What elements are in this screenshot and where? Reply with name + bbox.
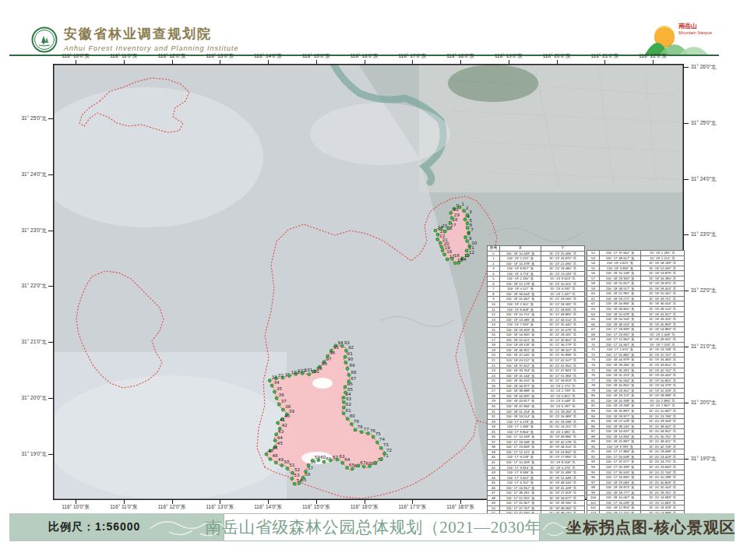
turning-point-dot bbox=[274, 461, 277, 464]
lat-tick bbox=[48, 118, 53, 119]
turning-point-dot bbox=[439, 227, 442, 231]
turning-point-dot bbox=[368, 465, 371, 468]
lon-tick-label: 116° 16'0"东 bbox=[351, 504, 379, 510]
lat-tick-label: 31° 21'0"北 bbox=[3, 339, 47, 345]
turning-point-dot bbox=[273, 390, 276, 393]
turning-point-number: 80 bbox=[350, 414, 356, 418]
turning-point-number: 77 bbox=[364, 427, 370, 431]
turning-point-dot bbox=[465, 249, 468, 252]
turning-point-number: 91 bbox=[347, 351, 354, 356]
mountain-logo-en-text: Mountain Nanyue bbox=[678, 30, 712, 35]
lat-tick-label: 31° 25'0"北 bbox=[3, 115, 47, 122]
turning-point-dot bbox=[269, 457, 272, 460]
coordinate-subtable: 52116° 17' 37.662" 东31° 19' 2.281" 北5311… bbox=[587, 250, 685, 516]
lon-tick-label: 116° 20'0"东 bbox=[543, 53, 571, 59]
turning-point-dot bbox=[336, 458, 339, 461]
lon-tick bbox=[316, 60, 317, 64]
turning-point-number: 36 bbox=[279, 393, 285, 397]
turning-point-dot bbox=[347, 380, 351, 383]
turning-point-dot bbox=[449, 211, 453, 214]
turning-point-dot bbox=[357, 464, 360, 467]
turning-point-number: 33 bbox=[272, 375, 278, 379]
turning-point-number: 88 bbox=[351, 370, 357, 375]
coordinate-table: 序号XY0116° 18' 10.449" 东31° 23' 25.086" 北… bbox=[487, 245, 685, 516]
turning-point-number: 81 bbox=[346, 408, 352, 413]
turning-point-dot bbox=[346, 467, 349, 470]
mountain-logo-cn-text: 南岳山 bbox=[678, 22, 697, 30]
header: 安徽省林业调查规划院 Anhui Forest Inventory and Pl… bbox=[0, 0, 747, 58]
turning-point-number: 92 bbox=[348, 345, 354, 350]
turning-point-dot bbox=[367, 432, 370, 435]
turning-point-dot bbox=[277, 403, 280, 406]
turning-point-number: 17 bbox=[449, 254, 456, 259]
turning-point-dot bbox=[344, 349, 347, 352]
turning-point-number: 42 bbox=[282, 423, 287, 428]
lon-tick-label: 116° 22'0"东 bbox=[639, 53, 667, 59]
footer-bar: 比例尺：1:56000 南岳山省级森林公园总体规划（2021—2030年） 坐标… bbox=[0, 513, 747, 541]
turning-point-dot bbox=[379, 446, 382, 449]
lon-tick-label: 116° 11'0"东 bbox=[110, 53, 137, 59]
turning-point-dot bbox=[287, 374, 291, 377]
turning-point-dot bbox=[347, 374, 351, 377]
turning-point-dot bbox=[281, 408, 284, 411]
turning-point-number: 98 bbox=[322, 361, 328, 366]
turning-point-number: 90 bbox=[347, 357, 354, 361]
turning-point-dot bbox=[293, 482, 296, 485]
turning-point-dot bbox=[298, 481, 301, 484]
turning-point-dot bbox=[466, 240, 469, 243]
turning-point-number: 16 bbox=[454, 253, 460, 258]
turning-point-dot bbox=[351, 467, 354, 470]
lat-tick-label: 31° 21'0"北 bbox=[691, 343, 717, 350]
turning-point-number: 78 bbox=[357, 424, 363, 429]
lat-tick-label: 31° 20'0"北 bbox=[691, 400, 717, 406]
lat-tick-label: 31° 22'0"北 bbox=[691, 287, 717, 294]
turning-point-number: 41 bbox=[280, 417, 286, 422]
turning-point-dot bbox=[286, 467, 289, 470]
turning-point-dot bbox=[434, 229, 437, 232]
turning-point-number: 83 bbox=[346, 396, 352, 401]
turning-point-dot bbox=[291, 477, 294, 480]
turning-point-dot bbox=[344, 361, 347, 364]
lat-tick-label: 31° 19'0"北 bbox=[691, 456, 717, 462]
turning-point-dot bbox=[441, 249, 444, 252]
turning-point-dot bbox=[362, 465, 365, 468]
lat-tick bbox=[48, 398, 53, 399]
institute-logo-icon bbox=[31, 26, 58, 53]
lon-tick bbox=[460, 60, 461, 64]
turning-point-dot bbox=[360, 431, 363, 434]
turning-point-dot bbox=[273, 439, 277, 442]
turning-point-dot bbox=[322, 460, 326, 463]
lon-tick bbox=[76, 60, 76, 64]
turning-point-number: 103 bbox=[291, 370, 300, 375]
turning-point-dot bbox=[341, 461, 344, 464]
turning-point-dot bbox=[329, 459, 332, 462]
turning-point-number: 44 bbox=[277, 435, 284, 440]
lon-tick bbox=[653, 60, 654, 64]
turning-point-dot bbox=[354, 428, 357, 431]
institute-title-cn: 安徽省林业调查规划院 bbox=[64, 25, 239, 43]
scale-label: 比例尺：1:56000 bbox=[9, 520, 140, 534]
lon-tick-label: 116° 17'0"东 bbox=[398, 53, 426, 59]
turning-point-dot bbox=[344, 391, 347, 394]
turning-point-number: 30 bbox=[453, 207, 459, 212]
lat-tick bbox=[48, 454, 53, 455]
lon-tick-label: 116° 10'0"东 bbox=[62, 53, 90, 59]
coordinate-subtable: 序号XY0116° 18' 10.449" 东31° 23' 25.086" 北… bbox=[487, 245, 585, 516]
turning-point-dot bbox=[301, 476, 305, 479]
turning-point-dot bbox=[350, 423, 353, 426]
turning-point-dot bbox=[280, 463, 284, 467]
lon-tick-label: 116° 19'0"东 bbox=[495, 53, 523, 59]
lon-tick bbox=[124, 60, 125, 64]
turning-point-dot bbox=[305, 470, 308, 473]
turning-point-dot bbox=[270, 384, 273, 387]
lon-tick-label: 116° 18'0"东 bbox=[446, 53, 474, 59]
institute-title-en: Anhui Forest Inventory and Planning Inst… bbox=[64, 44, 239, 52]
turning-point-number: 96 bbox=[329, 350, 336, 355]
turning-point-number: 2 bbox=[466, 206, 469, 210]
lon-tick-label: 116° 15'0"东 bbox=[302, 53, 330, 59]
mountain-nanyue-logo-icon: 南岳山 Mountain Nanyue bbox=[635, 17, 721, 58]
lon-tick bbox=[365, 60, 365, 64]
turning-point-dot bbox=[450, 217, 453, 220]
lat-tick-label: 31° 24'0"北 bbox=[691, 176, 717, 182]
map-name-block: 坐标拐点图-核心景观区 bbox=[540, 513, 735, 541]
